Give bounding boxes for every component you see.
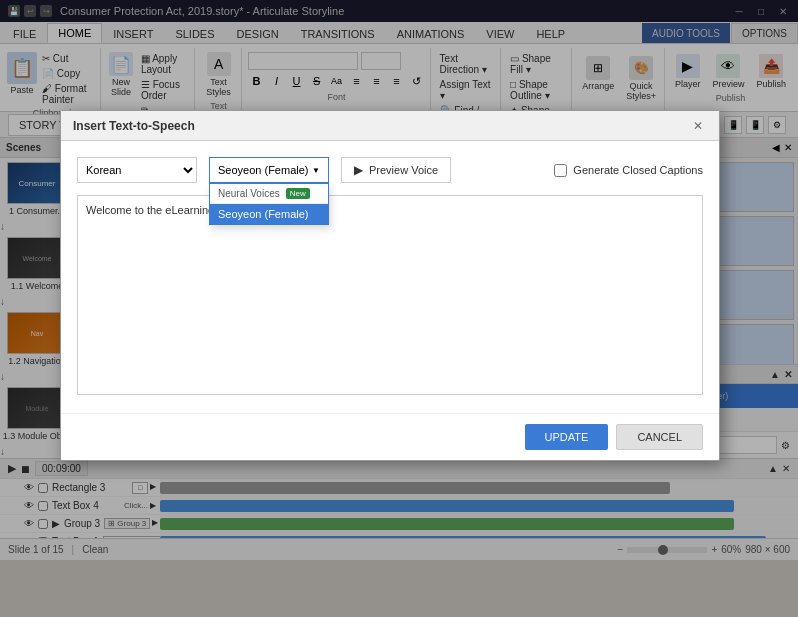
generate-captions-row: Generate Closed Captions [554, 164, 703, 177]
modal-close-button[interactable]: ✕ [689, 117, 707, 135]
voice-dropdown: Neural Voices New Seoyeon (Female) [209, 183, 329, 225]
play-icon: ▶ [354, 163, 363, 177]
voice-select-button[interactable]: Seoyeon (Female) ▼ [209, 157, 329, 183]
cancel-label: CANCEL [637, 431, 682, 443]
preview-voice-button[interactable]: ▶ Preview Voice [341, 157, 451, 183]
voice-select-wrapper: Seoyeon (Female) ▼ Neural Voices New Seo… [209, 157, 329, 183]
modal-title: Insert Text-to-Speech [73, 119, 195, 133]
preview-label: Preview Voice [369, 164, 438, 176]
voice-select-value: Seoyeon (Female) [218, 164, 309, 176]
voice-option-seoyeon[interactable]: Seoyeon (Female) [210, 204, 328, 224]
tts-modal: Insert Text-to-Speech ✕ Korean English J… [60, 110, 720, 461]
voice-option-label: Seoyeon (Female) [218, 208, 309, 220]
new-badge: New [286, 188, 310, 199]
generate-captions-label: Generate Closed Captions [573, 164, 703, 176]
modal-header: Insert Text-to-Speech ✕ [61, 111, 719, 141]
generate-captions-checkbox[interactable] [554, 164, 567, 177]
tts-textarea[interactable]: Welcome to the eLearning course [77, 195, 703, 395]
update-button[interactable]: UPDATE [525, 424, 609, 450]
cancel-button[interactable]: CANCEL [616, 424, 703, 450]
voice-chevron-icon: ▼ [312, 166, 320, 175]
modal-controls-row: Korean English Japanese Seoyeon (Female)… [77, 157, 703, 183]
modal-footer: UPDATE CANCEL [61, 413, 719, 460]
language-select[interactable]: Korean English Japanese [77, 157, 197, 183]
modal-overlay: Insert Text-to-Speech ✕ Korean English J… [0, 0, 798, 617]
update-label: UPDATE [545, 431, 589, 443]
modal-body: Korean English Japanese Seoyeon (Female)… [61, 141, 719, 413]
voice-dropdown-header: Neural Voices New [210, 184, 328, 204]
neural-voices-label: Neural Voices [218, 188, 280, 199]
